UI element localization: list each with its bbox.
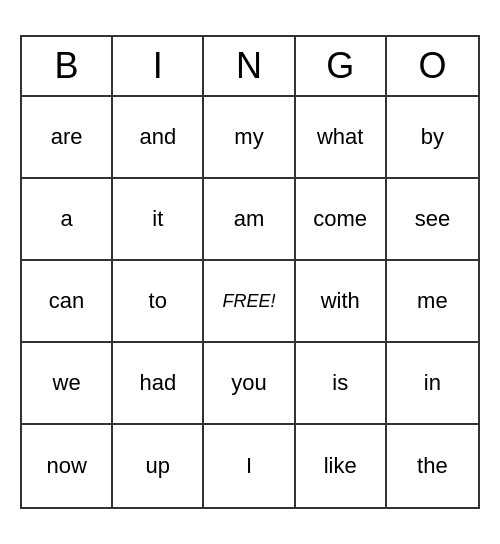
bingo-cell-like[interactable]: like [296, 425, 387, 507]
bingo-cell-a[interactable]: a [22, 179, 113, 261]
header-letter-o: O [387, 37, 478, 95]
bingo-cell-what[interactable]: what [296, 97, 387, 179]
bingo-cell-we[interactable]: we [22, 343, 113, 425]
header-letter-g: G [296, 37, 387, 95]
free-space-cell[interactable]: FREE! [204, 261, 295, 343]
bingo-cell-can[interactable]: can [22, 261, 113, 343]
bingo-cell-are[interactable]: are [22, 97, 113, 179]
header-letter-b: B [22, 37, 113, 95]
bingo-cell-up[interactable]: up [113, 425, 204, 507]
bingo-cell-had[interactable]: had [113, 343, 204, 425]
header-letter-n: N [204, 37, 295, 95]
bingo-grid: areandmywhatbyaitamcomeseecantoFREE!with… [22, 97, 478, 507]
bingo-cell-me[interactable]: me [387, 261, 478, 343]
bingo-cell-it[interactable]: it [113, 179, 204, 261]
bingo-cell-see[interactable]: see [387, 179, 478, 261]
bingo-cell-you[interactable]: you [204, 343, 295, 425]
bingo-header: BINGO [22, 37, 478, 97]
bingo-cell-and[interactable]: and [113, 97, 204, 179]
bingo-cell-is[interactable]: is [296, 343, 387, 425]
bingo-cell-by[interactable]: by [387, 97, 478, 179]
header-letter-i: I [113, 37, 204, 95]
bingo-cell-my[interactable]: my [204, 97, 295, 179]
bingo-card: BINGO areandmywhatbyaitamcomeseecantoFRE… [20, 35, 480, 509]
bingo-cell-the[interactable]: the [387, 425, 478, 507]
bingo-cell-now[interactable]: now [22, 425, 113, 507]
bingo-cell-i[interactable]: I [204, 425, 295, 507]
bingo-cell-with[interactable]: with [296, 261, 387, 343]
bingo-cell-am[interactable]: am [204, 179, 295, 261]
bingo-cell-to[interactable]: to [113, 261, 204, 343]
bingo-cell-come[interactable]: come [296, 179, 387, 261]
bingo-cell-in[interactable]: in [387, 343, 478, 425]
